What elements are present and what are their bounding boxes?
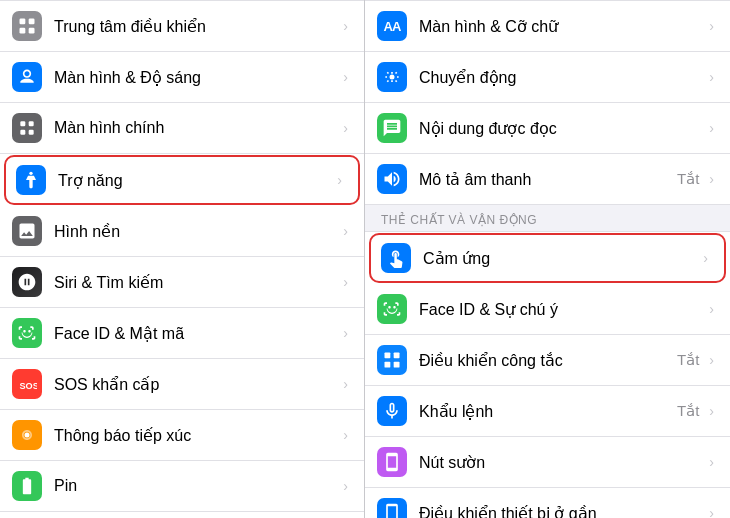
chevron-icon: › xyxy=(337,172,342,188)
svg-point-8 xyxy=(29,172,32,175)
item-label: Điều khiển thiết bị ở gần xyxy=(419,504,705,519)
badge-label: Tắt xyxy=(677,351,699,369)
chevron-icon: › xyxy=(343,18,348,34)
faceid-su-icon xyxy=(377,294,407,324)
motion-icon xyxy=(377,62,407,92)
switch-control-icon xyxy=(377,345,407,375)
svg-rect-0 xyxy=(20,19,26,25)
touch-icon xyxy=(381,243,411,273)
svg-rect-1 xyxy=(29,19,35,25)
item-label: Màn hình & Độ sáng xyxy=(54,68,339,87)
right-section-list: Cảm ứng › Face ID & Sự chú ý › Điều khiể… xyxy=(365,231,730,518)
svg-point-10 xyxy=(25,433,30,438)
right-top-list: AA Màn hình & Cỡ chữ › Chuyển động › Nội… xyxy=(365,0,730,205)
nearby-device-icon xyxy=(377,498,407,518)
item-label: SOS khẩn cấp xyxy=(54,375,339,394)
list-item[interactable]: Chuyển động › xyxy=(365,52,730,103)
item-label: Trung tâm điều khiển xyxy=(54,17,339,36)
chevron-icon: › xyxy=(709,18,714,34)
item-label: Màn hình & Cỡ chữ xyxy=(419,17,705,36)
item-label: Điều khiển công tắc xyxy=(419,351,677,370)
chevron-icon: › xyxy=(343,274,348,290)
chevron-icon: › xyxy=(709,403,714,419)
chevron-icon: › xyxy=(343,478,348,494)
item-label: Pin xyxy=(54,477,339,495)
list-item[interactable]: AA Màn hình & Cỡ chữ › xyxy=(365,1,730,52)
chevron-icon: › xyxy=(343,427,348,443)
item-label: Face ID & Mật mã xyxy=(54,324,339,343)
chevron-icon: › xyxy=(709,69,714,85)
accessibility-icon xyxy=(16,165,46,195)
spoken-content-icon xyxy=(377,113,407,143)
audio-desc-icon xyxy=(377,164,407,194)
display-text-icon: AA xyxy=(377,11,407,41)
list-item[interactable]: Quyền riêng tư & Bảo mật › xyxy=(0,512,364,518)
svg-text:SOS: SOS xyxy=(20,381,38,391)
display-icon xyxy=(12,62,42,92)
list-item[interactable]: Hình nền › xyxy=(0,206,364,257)
svg-rect-7 xyxy=(29,130,34,135)
svg-rect-2 xyxy=(20,28,26,34)
chevron-icon: › xyxy=(343,69,348,85)
list-item[interactable]: Thông báo tiếp xúc › xyxy=(0,410,364,461)
list-item[interactable]: Điều khiển công tắc Tắt › xyxy=(365,335,730,386)
item-label: Siri & Tìm kiếm xyxy=(54,273,339,292)
badge-label: Tắt xyxy=(677,170,699,188)
item-label: Mô tả âm thanh xyxy=(419,170,677,189)
list-item[interactable]: Mô tả âm thanh Tắt › xyxy=(365,154,730,205)
list-item[interactable]: Nút sườn › xyxy=(365,437,730,488)
sos-icon: SOS xyxy=(12,369,42,399)
left-panel: Trung tâm điều khiển › Màn hình & Độ sán… xyxy=(0,0,365,518)
item-label: Nội dung được đọc xyxy=(419,119,705,138)
list-item[interactable]: Face ID & Mật mã › xyxy=(0,308,364,359)
section-header: THẺ CHẤT VÀ VẬN ĐỘNG xyxy=(365,205,730,231)
chevron-icon: › xyxy=(709,505,714,518)
list-item[interactable]: Màn hình chính › xyxy=(0,103,364,154)
item-label: Face ID & Sự chú ý xyxy=(419,300,705,319)
list-item[interactable]: Pin › xyxy=(0,461,364,512)
item-label: Hình nền xyxy=(54,222,339,241)
left-settings-list: Trung tâm điều khiển › Màn hình & Độ sán… xyxy=(0,0,364,518)
svg-rect-3 xyxy=(29,28,35,34)
list-item[interactable]: SOS SOS khẩn cấp › xyxy=(0,359,364,410)
faceid-icon xyxy=(12,318,42,348)
list-item[interactable]: Màn hình & Độ sáng › xyxy=(0,52,364,103)
list-item[interactable]: Face ID & Sự chú ý › xyxy=(365,284,730,335)
home-screen-icon xyxy=(12,113,42,143)
svg-rect-12 xyxy=(385,353,391,359)
item-label: Khẩu lệnh xyxy=(419,402,677,421)
wallpaper-icon xyxy=(12,216,42,246)
control-center-icon xyxy=(12,11,42,41)
svg-rect-15 xyxy=(394,362,400,368)
list-item[interactable]: Trung tâm điều khiển › xyxy=(0,1,364,52)
list-item[interactable]: Siri & Tìm kiếm › xyxy=(0,257,364,308)
svg-rect-14 xyxy=(385,362,391,368)
badge-label: Tắt xyxy=(677,402,699,420)
chevron-icon: › xyxy=(343,325,348,341)
item-label: Màn hình chính xyxy=(54,119,339,137)
svg-rect-5 xyxy=(29,121,34,126)
touch-item[interactable]: Cảm ứng › xyxy=(369,233,726,283)
accessibility-item[interactable]: Trợ năng › xyxy=(4,155,360,205)
chevron-icon: › xyxy=(709,352,714,368)
chevron-icon: › xyxy=(709,301,714,317)
item-label: Nút sườn xyxy=(419,453,705,472)
exposure-icon xyxy=(12,420,42,450)
list-item[interactable]: Nội dung được đọc › xyxy=(365,103,730,154)
chevron-icon: › xyxy=(709,171,714,187)
chevron-icon: › xyxy=(709,454,714,470)
item-label: Chuyển động xyxy=(419,68,705,87)
chevron-icon: › xyxy=(343,223,348,239)
svg-rect-13 xyxy=(394,353,400,359)
chevron-icon: › xyxy=(703,250,708,266)
chevron-icon: › xyxy=(343,120,348,136)
item-label: Thông báo tiếp xúc xyxy=(54,426,339,445)
side-button-icon xyxy=(377,447,407,477)
chevron-icon: › xyxy=(709,120,714,136)
list-item[interactable]: Điều khiển thiết bị ở gần › xyxy=(365,488,730,518)
chevron-icon: › xyxy=(343,376,348,392)
list-item[interactable]: Khẩu lệnh Tắt › xyxy=(365,386,730,437)
item-label: Cảm ứng xyxy=(423,249,699,268)
svg-rect-4 xyxy=(20,121,25,126)
right-panel: AA Màn hình & Cỡ chữ › Chuyển động › Nội… xyxy=(365,0,730,518)
